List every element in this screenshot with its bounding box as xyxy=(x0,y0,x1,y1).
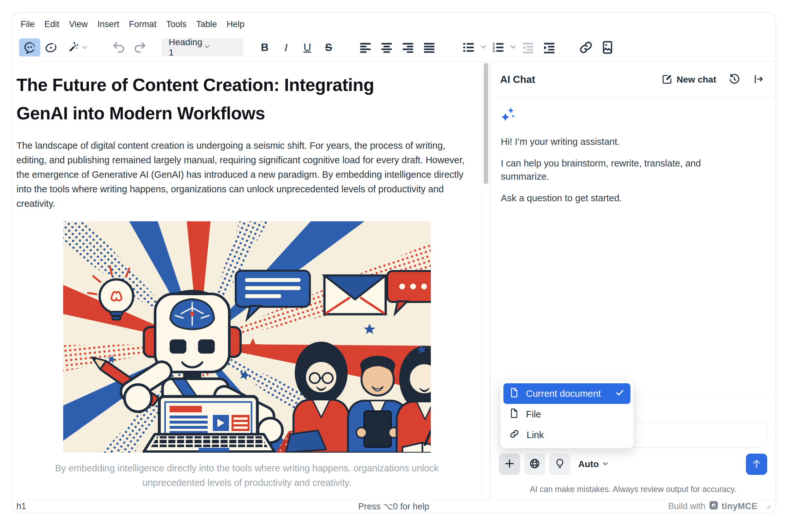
align-center-button[interactable] xyxy=(376,38,397,57)
menu-insert[interactable]: Insert xyxy=(92,17,124,31)
collapse-panel-button[interactable] xyxy=(753,74,764,86)
redo-button[interactable] xyxy=(129,38,151,57)
numbered-list-button[interactable]: 123 xyxy=(487,38,509,57)
check-icon xyxy=(615,388,625,400)
send-arrow-icon xyxy=(751,458,762,471)
image-button[interactable] xyxy=(597,38,618,57)
ai-sparkles-icon xyxy=(501,107,765,124)
document-paragraph: The landscape of digital content creatio… xyxy=(17,138,477,211)
chevron-down-icon[interactable] xyxy=(479,43,487,52)
send-button[interactable] xyxy=(746,454,767,475)
menu-item-current-document[interactable]: Current document xyxy=(503,383,630,404)
editor-window: File Edit View Insert Format Tools Table… xyxy=(11,12,776,513)
help-shortcut-text: Press ⌥0 for help xyxy=(358,501,429,512)
new-chat-label: New chat xyxy=(676,75,716,85)
main-area: The Future of Content Creation: Integrat… xyxy=(12,62,775,500)
menu-edit[interactable]: Edit xyxy=(40,17,64,31)
link-icon xyxy=(509,429,520,441)
link-icon xyxy=(579,40,594,55)
globe-icon xyxy=(529,458,540,471)
bullet-list-icon xyxy=(461,40,476,55)
menu-tools[interactable]: Tools xyxy=(161,17,191,31)
model-select-value: Auto xyxy=(578,459,599,469)
align-left-button[interactable] xyxy=(355,38,376,57)
ai-shortcuts-button[interactable] xyxy=(62,38,92,57)
resize-handle-icon[interactable] xyxy=(763,501,771,512)
ai-command-icon xyxy=(44,40,58,55)
chat-header: AI Chat New chat xyxy=(491,62,775,97)
menu-view[interactable]: View xyxy=(64,17,92,31)
document-icon xyxy=(509,387,519,400)
strikethrough-icon: S xyxy=(325,42,332,53)
menu-file[interactable]: File xyxy=(16,17,40,31)
suggestions-button[interactable] xyxy=(549,454,570,475)
ai-chat-button[interactable] xyxy=(19,38,40,57)
model-select[interactable]: Auto xyxy=(578,459,609,469)
svg-text:3: 3 xyxy=(493,49,495,53)
italic-button[interactable]: I xyxy=(275,38,297,57)
editor-scrollbar[interactable] xyxy=(482,62,490,500)
align-right-button[interactable] xyxy=(397,38,419,57)
align-justify-button[interactable] xyxy=(419,38,440,57)
undo-button[interactable] xyxy=(108,38,129,57)
bullet-list-button[interactable] xyxy=(458,38,479,57)
bold-icon: B xyxy=(261,42,269,53)
magic-wand-icon xyxy=(66,40,80,55)
ai-chat-panel: AI Chat New chat xyxy=(491,62,775,500)
menu-bar: File Edit View Insert Format Tools Table… xyxy=(12,13,775,33)
ai-command-button[interactable] xyxy=(40,38,62,57)
bold-button[interactable]: B xyxy=(254,38,275,57)
outdent-button[interactable] xyxy=(517,38,539,57)
italic-icon: I xyxy=(285,42,287,53)
link-button[interactable] xyxy=(575,38,597,57)
chevron-down-icon xyxy=(81,44,88,51)
collapse-right-icon xyxy=(753,74,764,86)
add-context-button[interactable] xyxy=(499,454,520,475)
new-chat-button[interactable]: New chat xyxy=(662,74,716,86)
toolbar: Heading 1 B I U S xyxy=(12,33,775,62)
redo-icon xyxy=(132,40,147,55)
indent-icon xyxy=(542,40,556,55)
menu-table[interactable]: Table xyxy=(191,17,222,31)
chat-message: Ask a question to get started. xyxy=(501,192,740,205)
menu-item-label: Link xyxy=(527,430,544,440)
menu-item-label: Current document xyxy=(526,388,601,399)
menu-help[interactable]: Help xyxy=(222,17,250,31)
status-bar: h1 Press ⌥0 for help Build with tinyMCE xyxy=(12,500,775,513)
menu-item-link[interactable]: Link xyxy=(503,425,630,445)
chat-input-toolbar: Auto xyxy=(499,454,767,475)
image-icon xyxy=(600,40,615,55)
ai-chat-icon xyxy=(23,40,37,55)
align-left-icon xyxy=(358,40,372,55)
chat-message: Hi! I’m your writing assistant. xyxy=(501,135,740,148)
menu-format[interactable]: Format xyxy=(124,17,162,31)
branding-prefix: Build with xyxy=(668,501,706,511)
align-right-icon xyxy=(401,40,415,55)
element-path[interactable]: h1 xyxy=(17,501,358,511)
scrollbar-thumb[interactable] xyxy=(484,63,488,184)
chevron-down-icon[interactable] xyxy=(509,43,517,52)
plus-icon xyxy=(504,458,515,471)
lightbulb-icon xyxy=(554,458,566,471)
document-image[interactable] xyxy=(63,221,431,454)
web-search-button[interactable] xyxy=(524,454,545,475)
history-icon xyxy=(728,73,740,86)
editor-canvas[interactable]: The Future of Content Creation: Integrat… xyxy=(12,62,482,500)
chevron-down-icon xyxy=(601,460,609,469)
strikethrough-button[interactable]: S xyxy=(318,38,339,57)
align-center-icon xyxy=(379,40,394,55)
branding-name[interactable]: tinyMCE xyxy=(722,501,758,511)
chat-message: I can help you brainstorm, rewrite, tran… xyxy=(501,157,740,183)
format-select[interactable]: Heading 1 xyxy=(162,38,243,57)
chevron-down-icon xyxy=(203,42,238,53)
document-heading: The Future of Content Creation: Integrat… xyxy=(17,71,477,127)
underline-button[interactable]: U xyxy=(297,38,318,57)
document-icon xyxy=(509,408,519,421)
outdent-icon xyxy=(521,40,535,55)
indent-button[interactable] xyxy=(539,38,560,57)
tinymce-logo-icon xyxy=(709,500,719,512)
chat-history-button[interactable] xyxy=(728,73,740,86)
undo-icon xyxy=(111,40,126,55)
format-select-value: Heading 1 xyxy=(169,37,203,58)
menu-item-file[interactable]: File xyxy=(503,404,630,425)
